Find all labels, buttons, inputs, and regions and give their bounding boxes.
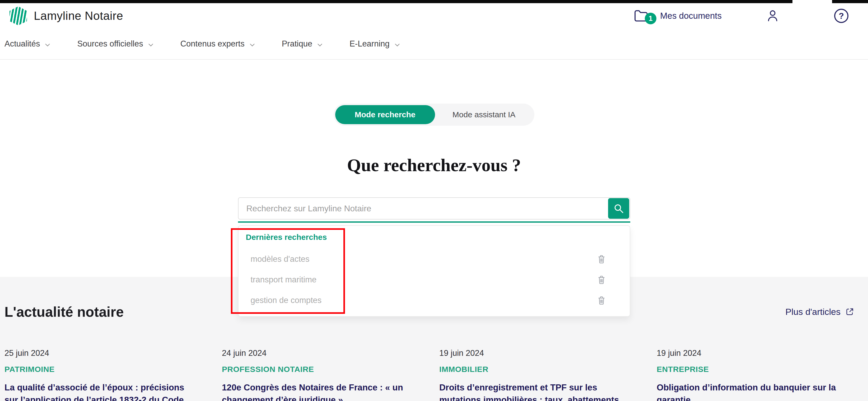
trash-icon: [597, 275, 606, 285]
brand-logo[interactable]: Lamyline Notaire: [9, 6, 123, 25]
article-category[interactable]: PROFESSION NOTAIRE: [222, 365, 409, 374]
nav-label: Sources officielles: [77, 39, 143, 49]
recent-search-row[interactable]: transport maritime: [246, 270, 630, 290]
article-card: 25 juin 2024 PATRIMOINE La qualité d’ass…: [4, 348, 192, 401]
article-title[interactable]: La qualité d’associé de l’époux : précis…: [4, 381, 192, 401]
trash-icon: [597, 254, 606, 264]
delete-recent-search-button[interactable]: [597, 254, 606, 264]
main-navigation: Actualités Sources officielles Contenus …: [0, 29, 868, 60]
nav-item-elearning[interactable]: E-Learning: [349, 39, 401, 49]
search-box: [238, 197, 630, 219]
search-heading: Que recherchez-vous ?: [0, 155, 868, 176]
documents-count-badge: 1: [645, 13, 656, 24]
recent-search-label: gestion de comptes: [251, 296, 322, 305]
recent-searches-list: modèles d'actes transport: [246, 249, 630, 311]
nav-item-pratique[interactable]: Pratique: [282, 39, 323, 49]
chevron-down-icon: [249, 41, 256, 48]
nav-label: Actualités: [4, 39, 40, 49]
trash-icon: [597, 295, 606, 305]
more-articles-link[interactable]: Plus d'articles: [785, 307, 854, 317]
search-area: Dernières recherches modèles d'actes: [238, 197, 630, 223]
search-input[interactable]: [239, 198, 630, 219]
news-title: L'actualité notaire: [4, 304, 124, 320]
help-icon[interactable]: ?: [834, 9, 848, 23]
top-artifact-bar: [0, 0, 868, 3]
search-zone: Mode recherche Mode assistant IA Que rec…: [0, 60, 868, 277]
header-actions: 1 Mes documents ?: [634, 9, 848, 23]
nav-label: Pratique: [282, 39, 312, 49]
articles-grid: 25 juin 2024 PATRIMOINE La qualité d’ass…: [4, 348, 854, 401]
delete-recent-search-button[interactable]: [597, 295, 606, 305]
chevron-down-icon: [44, 41, 51, 48]
top-artifact-gap: [793, 0, 832, 3]
my-documents-button[interactable]: 1 Mes documents: [634, 9, 722, 22]
page: { "header": { "brand": "Lamyline Notaire…: [0, 0, 868, 401]
article-card: 19 juin 2024 IMMOBILIER Droits d’enregis…: [439, 348, 627, 401]
recent-searches-title: Dernières recherches: [246, 233, 630, 242]
folder-icon: 1: [634, 9, 649, 22]
nav-item-actualites[interactable]: Actualités: [4, 39, 51, 49]
article-category[interactable]: IMMOBILIER: [439, 365, 627, 374]
tab-mode-recherche[interactable]: Mode recherche: [335, 105, 435, 124]
article-category[interactable]: PATRIMOINE: [4, 365, 192, 374]
nav-label: E-Learning: [349, 39, 390, 49]
article-date: 19 juin 2024: [439, 348, 627, 358]
chevron-down-icon: [147, 41, 154, 48]
article-date: 19 juin 2024: [657, 348, 844, 358]
nav-item-sources-officielles[interactable]: Sources officielles: [77, 39, 154, 49]
user-icon: [766, 9, 779, 23]
article-card: 24 juin 2024 PROFESSION NOTAIRE 120e Con…: [222, 348, 409, 401]
article-date: 24 juin 2024: [222, 348, 409, 358]
lamyline-logo-icon: [9, 6, 27, 25]
article-date: 25 juin 2024: [4, 348, 192, 358]
recent-search-label: transport maritime: [251, 275, 317, 284]
search-mode-toggle: Mode recherche Mode assistant IA: [334, 103, 535, 126]
external-link-icon: [845, 307, 854, 316]
search-button[interactable]: [608, 198, 629, 219]
search-icon: [613, 203, 624, 214]
article-title[interactable]: Obligation d’information du banquier sur…: [657, 381, 844, 401]
user-account-button[interactable]: [766, 9, 779, 23]
search-accent-underline: [238, 221, 630, 223]
article-title[interactable]: Droits d’enregistrement et TPF sur les m…: [439, 381, 627, 401]
nav-label: Contenus experts: [180, 39, 245, 49]
article-title[interactable]: 120e Congrès des Notaires de France : « …: [222, 381, 409, 401]
brand-name: Lamyline Notaire: [34, 9, 123, 23]
chevron-down-icon: [394, 41, 401, 48]
recent-search-row[interactable]: modèles d'actes: [246, 249, 630, 270]
tab-mode-assistant-ia[interactable]: Mode assistant IA: [435, 105, 533, 124]
article-category[interactable]: ENTREPRISE: [657, 365, 844, 374]
more-articles-label: Plus d'articles: [785, 307, 840, 317]
article-card: 19 juin 2024 ENTREPRISE Obligation d’inf…: [657, 348, 844, 401]
site-header: Lamyline Notaire 1 Mes documents ?: [0, 3, 868, 29]
delete-recent-search-button[interactable]: [597, 275, 606, 285]
recent-search-row[interactable]: gestion de comptes: [246, 290, 630, 311]
my-documents-label: Mes documents: [660, 11, 722, 21]
chevron-down-icon: [316, 41, 323, 48]
recent-search-label: modèles d'actes: [251, 254, 310, 264]
nav-item-contenus-experts[interactable]: Contenus experts: [180, 39, 256, 49]
recent-searches-dropdown: Dernières recherches modèles d'actes: [238, 225, 630, 317]
